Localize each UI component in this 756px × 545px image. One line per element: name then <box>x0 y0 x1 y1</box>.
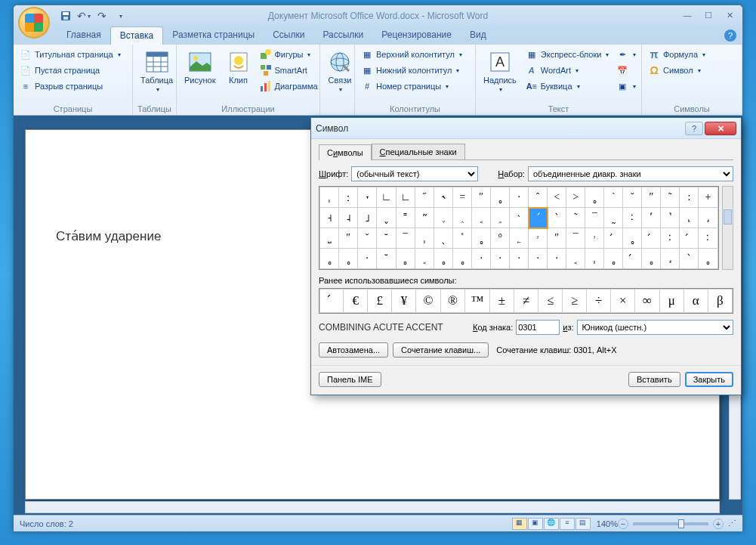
picture-button[interactable]: Рисунок <box>180 47 221 88</box>
minimize-button[interactable]: — <box>677 8 697 22</box>
recent-char-cell[interactable]: ± <box>489 290 514 313</box>
char-cell[interactable]: ˊ <box>529 208 548 228</box>
recent-char-cell[interactable]: × <box>611 290 635 313</box>
horizontal-scrollbar[interactable] <box>25 501 720 513</box>
char-cell[interactable]: ˕ <box>358 187 377 208</box>
page-number-button[interactable]: #Номер страницы▾ <box>358 79 465 94</box>
formula-button[interactable]: πФормула▾ <box>645 47 708 62</box>
char-cell[interactable]: ˬ <box>377 208 396 228</box>
char-cell[interactable]: ˲ <box>491 208 510 228</box>
datetime-button[interactable]: 📅 <box>613 63 639 78</box>
char-cell[interactable]: ˳ <box>585 187 604 208</box>
recent-grid[interactable]: ́€£¥©®™±≠≤≥÷×∞μαβ <box>319 288 733 314</box>
char-cell[interactable]: ۥ <box>585 228 604 249</box>
char-cell[interactable]: ˳ <box>604 249 623 269</box>
header-button[interactable]: ▦Верхний колонтитул▾ <box>358 47 465 62</box>
recent-char-cell[interactable]: ≠ <box>514 290 538 313</box>
char-cell[interactable]: ˸ <box>699 228 717 249</box>
char-cell[interactable]: ˷ <box>604 208 623 228</box>
grid-scrollbar[interactable] <box>722 186 733 270</box>
char-cell[interactable]: ́ <box>604 228 623 249</box>
recent-char-cell[interactable]: ≥ <box>563 290 587 313</box>
outline-view[interactable]: ≡ <box>560 518 575 530</box>
help-icon[interactable]: ? <box>724 29 736 42</box>
object-button[interactable]: ▣▾ <box>613 79 639 94</box>
wordart-button[interactable]: AWordArt▾ <box>523 63 613 78</box>
char-cell[interactable]: ˰ <box>453 208 472 228</box>
char-cell[interactable]: ˋ <box>548 208 566 228</box>
char-cell[interactable]: ˜ <box>661 187 680 208</box>
autocorrect-button[interactable]: Автозамена... <box>319 342 388 358</box>
char-cell[interactable]: ∟ <box>396 187 415 208</box>
char-cell[interactable]: ˼ <box>699 208 717 228</box>
char-cell[interactable]: ˮ <box>415 208 434 228</box>
char-cell[interactable]: ″ <box>642 187 661 208</box>
char-cell[interactable]: ́ <box>680 228 699 249</box>
recent-char-cell[interactable]: € <box>344 290 368 313</box>
char-cell[interactable]: ¯ <box>585 208 604 228</box>
tab-Ссылки[interactable]: Ссылки <box>264 26 313 45</box>
char-cell[interactable]: ˧ <box>320 208 339 228</box>
char-cell[interactable]: ˺ <box>661 208 680 228</box>
char-cell[interactable]: ˿ <box>510 228 529 249</box>
recent-char-cell[interactable]: α <box>683 290 708 313</box>
char-cell[interactable]: ˱ <box>472 208 491 228</box>
char-cell[interactable]: ˯ <box>434 208 453 228</box>
char-cell[interactable]: ́ <box>623 249 642 269</box>
smartart-button[interactable]: SmartArt <box>257 63 321 78</box>
tab-special-chars[interactable]: Специальные знаки <box>372 144 465 159</box>
shapes-button[interactable]: Фигуры▾ <box>257 47 321 62</box>
char-cell[interactable]: ˇ <box>623 187 642 208</box>
char-cell[interactable]: ˚ <box>453 228 472 249</box>
maximize-button[interactable]: ☐ <box>699 8 718 22</box>
char-cell[interactable]: ˎ <box>434 228 453 249</box>
char-cell[interactable]: · <box>358 249 377 269</box>
char-code-input[interactable] <box>516 320 560 335</box>
recent-char-cell[interactable]: ™ <box>465 290 490 313</box>
char-cell[interactable]: ˘ <box>377 249 396 269</box>
textbox-button[interactable]: AНадпись▾ <box>479 47 521 96</box>
tab-Разметка страницы[interactable]: Разметка страницы <box>163 26 264 45</box>
char-cell[interactable]: · <box>510 187 529 208</box>
char-cell[interactable]: ˜ <box>566 208 585 228</box>
tab-Рецензирование[interactable]: Рецензирование <box>372 26 461 45</box>
dialog-close-button[interactable]: ✕ <box>705 122 736 135</box>
redo-icon[interactable]: ↷ <box>94 8 110 24</box>
char-cell[interactable]: ˆ <box>529 187 548 208</box>
char-cell[interactable]: ˹ <box>642 208 661 228</box>
recent-char-cell[interactable]: ∞ <box>635 290 659 313</box>
encoding-combo[interactable]: Юникод (шестн.) <box>577 320 733 335</box>
close-button[interactable]: Закрыть <box>685 372 733 387</box>
print-layout-view[interactable]: ▦ <box>512 518 527 530</box>
table-button[interactable]: Таблица▾ <box>136 47 177 96</box>
recent-char-cell[interactable]: ¥ <box>392 290 416 313</box>
char-cell[interactable]: ˴ <box>510 208 529 228</box>
zoom-level[interactable]: 140% <box>597 519 618 528</box>
char-cell[interactable]: · <box>491 249 510 269</box>
char-cell[interactable]: > <box>566 187 585 208</box>
subset-combo[interactable]: объединенные диакр. знаки <box>528 166 733 181</box>
char-cell[interactable]: ˭ <box>396 208 415 228</box>
blank-page-button[interactable]: 📄Пустая страница <box>17 63 124 78</box>
char-cell[interactable]: ˌ <box>320 187 339 208</box>
save-icon[interactable] <box>57 8 74 24</box>
undo-icon[interactable]: ↶▾ <box>76 8 92 24</box>
page-break-button[interactable]: ≡Разрыв страницы <box>17 79 124 94</box>
char-cell[interactable]: + <box>699 187 717 208</box>
char-cell[interactable]: ˳ <box>320 249 339 269</box>
char-cell[interactable]: : <box>680 187 699 208</box>
char-cell[interactable]: ˩ <box>358 208 377 228</box>
char-cell[interactable]: ″ <box>548 228 566 249</box>
word-count[interactable]: Число слов: 2 <box>20 519 73 528</box>
qat-customize-icon[interactable]: ▾ <box>112 8 128 24</box>
char-cell[interactable]: ` <box>604 187 623 208</box>
char-cell[interactable]: ¯ <box>396 228 415 249</box>
title-page-button[interactable]: 📄Титульная страница▾ <box>17 47 124 62</box>
zoom-out-button[interactable]: − <box>618 519 628 529</box>
char-cell[interactable]: = <box>453 187 472 208</box>
clip-button[interactable]: Клип <box>222 47 255 88</box>
recent-char-cell[interactable]: £ <box>368 290 392 313</box>
char-cell[interactable]: ˳ <box>699 249 717 269</box>
insert-button[interactable]: Вставить <box>628 372 680 387</box>
char-cell[interactable]: ˇ <box>358 228 377 249</box>
